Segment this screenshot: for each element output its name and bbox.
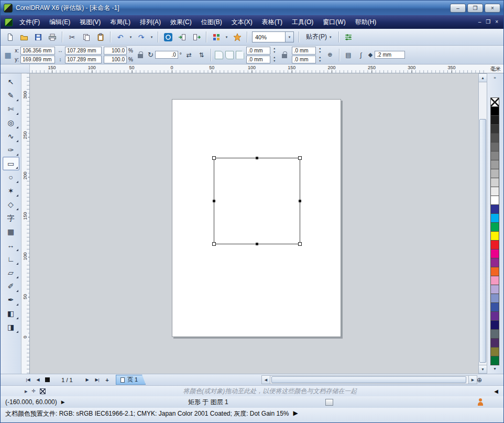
menu-view[interactable]: 视图(V) bbox=[75, 16, 105, 28]
ruler-origin-corner[interactable] bbox=[1, 64, 30, 73]
rotation-angle-field[interactable]: .0 bbox=[155, 51, 178, 59]
fill-tool[interactable]: ◧ bbox=[3, 307, 19, 320]
scroll-up-button[interactable] bbox=[479, 74, 487, 82]
menu-help[interactable]: 帮助(H) bbox=[350, 16, 381, 28]
blue[interactable] bbox=[490, 204, 499, 214]
scroll-left-button[interactable] bbox=[262, 376, 270, 384]
blend-tool[interactable]: ▱ bbox=[3, 266, 19, 279]
freehand-tool[interactable]: ∿ bbox=[3, 129, 19, 143]
drawing-canvas[interactable] bbox=[30, 73, 478, 374]
chamfered-corner-button[interactable] bbox=[236, 51, 244, 59]
selection-handle-bottom-middle[interactable] bbox=[256, 243, 258, 245]
powder-blue[interactable] bbox=[490, 294, 499, 303]
selection-handle-top-left[interactable] bbox=[212, 156, 216, 160]
launcher-dropdown-arrow[interactable] bbox=[224, 30, 229, 44]
doc-close-button[interactable]: × bbox=[495, 18, 498, 26]
corner-radius-top-left-field[interactable]: .0 mm bbox=[246, 47, 270, 55]
green[interactable] bbox=[490, 222, 499, 232]
menu-bitmaps[interactable]: 位图(B) bbox=[196, 16, 227, 28]
convert-to-curves-button[interactable] bbox=[356, 50, 366, 60]
crop-tool[interactable]: ✄ bbox=[3, 102, 19, 116]
object-width-field[interactable]: 107.289 mm bbox=[65, 47, 102, 55]
black[interactable] bbox=[490, 106, 499, 116]
lock-ratio-button[interactable] bbox=[135, 50, 146, 60]
vertical-ruler[interactable]: 300250200150100500 bbox=[21, 73, 30, 374]
y-position-field[interactable]: 169.089 mm bbox=[20, 56, 55, 63]
corel-connect-button[interactable] bbox=[161, 30, 174, 44]
slate[interactable] bbox=[490, 329, 499, 339]
menu-edit[interactable]: 编辑(E) bbox=[45, 16, 75, 28]
magenta[interactable] bbox=[490, 249, 499, 258]
navy[interactable] bbox=[490, 320, 499, 330]
connector-tool[interactable]: ∟ bbox=[3, 252, 19, 266]
zoom-level-select[interactable]: 40% bbox=[252, 31, 294, 42]
window-close-button[interactable]: × bbox=[485, 4, 500, 13]
yellow[interactable] bbox=[490, 231, 499, 241]
selection-handle-left-middle[interactable] bbox=[213, 200, 215, 202]
shape-tool[interactable]: ✎ bbox=[3, 89, 19, 102]
selection-handle-bottom-right[interactable] bbox=[298, 242, 302, 246]
horizontal-scroll-thumb[interactable] bbox=[271, 376, 466, 383]
white[interactable] bbox=[490, 196, 499, 205]
interactive-fill-tool[interactable]: ◨ bbox=[3, 320, 19, 334]
horizontal-scrollbar[interactable] bbox=[261, 375, 477, 384]
menu-arrange[interactable]: 排列(A) bbox=[135, 16, 166, 28]
menu-layout[interactable]: 布局(L) bbox=[105, 16, 135, 28]
polygon-tool[interactable]: ✶ bbox=[3, 184, 19, 198]
80-black[interactable] bbox=[490, 124, 499, 134]
open-button[interactable] bbox=[17, 30, 30, 44]
plum[interactable] bbox=[490, 338, 499, 348]
palette-flyout-icon[interactable] bbox=[490, 74, 499, 81]
no-color[interactable] bbox=[490, 97, 499, 107]
import-button[interactable] bbox=[176, 30, 189, 44]
smart-fill-tool[interactable]: ✑ bbox=[3, 143, 19, 157]
zoom-dropdown-arrow[interactable] bbox=[285, 32, 293, 42]
zoom-tool[interactable]: ◎ bbox=[3, 116, 19, 129]
scalloped-corner-button[interactable] bbox=[225, 51, 234, 59]
x-position-field[interactable]: 106.356 mm bbox=[20, 47, 55, 55]
royal-blue[interactable] bbox=[490, 302, 499, 312]
redo-button[interactable]: ↷ bbox=[135, 30, 148, 44]
olive[interactable] bbox=[490, 347, 499, 356]
corner-radius-bottom-right-field[interactable]: .0 mm bbox=[292, 56, 316, 63]
corner-radius-bottom-left-field[interactable]: .0 mm bbox=[246, 56, 270, 63]
window-maximize-button[interactable]: ❐ bbox=[467, 4, 483, 13]
paste-button[interactable] bbox=[94, 30, 107, 44]
spinner-icon[interactable] bbox=[317, 47, 323, 54]
lavender[interactable] bbox=[490, 285, 499, 294]
pick-tool[interactable]: ↖ bbox=[3, 75, 19, 89]
spinner-icon[interactable] bbox=[317, 56, 323, 63]
round-corner-button[interactable] bbox=[215, 51, 223, 59]
profile-flyout-icon[interactable] bbox=[293, 409, 298, 417]
zoom-fit-icon[interactable] bbox=[475, 375, 484, 385]
spinner-icon[interactable] bbox=[272, 56, 277, 63]
90-black[interactable] bbox=[490, 115, 499, 125]
selection-handle-top-right[interactable] bbox=[298, 156, 302, 160]
undo-dropdown-arrow[interactable] bbox=[128, 30, 134, 44]
60-black[interactable] bbox=[490, 142, 499, 151]
violet[interactable] bbox=[490, 311, 499, 321]
new-document-button[interactable] bbox=[3, 30, 16, 44]
outline-pen-tool[interactable]: ✒ bbox=[3, 293, 19, 307]
application-launcher-button[interactable] bbox=[210, 30, 223, 44]
redo-dropdown-arrow[interactable] bbox=[149, 30, 155, 44]
vertical-scrollbar[interactable] bbox=[478, 73, 487, 374]
tray-no-color-icon[interactable] bbox=[40, 388, 46, 394]
menu-tools[interactable]: 工具(O) bbox=[287, 16, 318, 28]
undo-button[interactable]: ↶ bbox=[114, 30, 127, 44]
tray-flyout-icon[interactable] bbox=[25, 388, 28, 395]
ellipse-tool[interactable]: ○ bbox=[3, 170, 19, 184]
menu-text[interactable]: 文本(X) bbox=[227, 16, 257, 28]
options-button[interactable] bbox=[342, 30, 355, 44]
selection-handle-right-middle[interactable] bbox=[299, 200, 301, 202]
20-black[interactable] bbox=[490, 178, 499, 187]
30-black[interactable] bbox=[490, 169, 499, 178]
tray-eyedropper-icon[interactable] bbox=[32, 388, 36, 394]
snap-to-button[interactable]: 贴齐(P) bbox=[302, 30, 335, 44]
coords-flyout-icon[interactable] bbox=[61, 399, 65, 405]
relative-corner-scaling-button[interactable] bbox=[325, 50, 335, 60]
menu-table[interactable]: 表格(T) bbox=[257, 16, 287, 28]
last-page-button[interactable] bbox=[93, 375, 102, 384]
page-tab[interactable]: 页 1 bbox=[116, 375, 146, 385]
pink[interactable] bbox=[490, 276, 499, 285]
